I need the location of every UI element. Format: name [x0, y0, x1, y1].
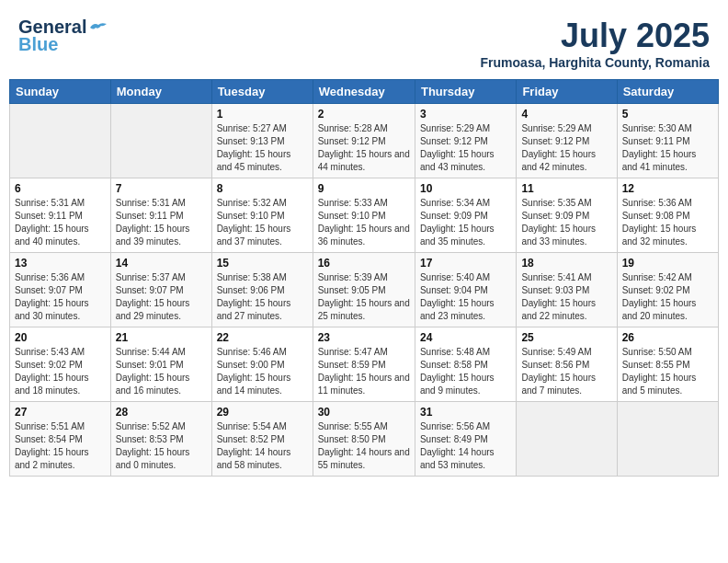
day-info: Sunrise: 5:51 AM Sunset: 8:54 PM Dayligh… — [15, 420, 106, 472]
calendar-cell: 17Sunrise: 5:40 AM Sunset: 9:04 PM Dayli… — [415, 253, 516, 327]
day-info: Sunrise: 5:39 AM Sunset: 9:05 PM Dayligh… — [318, 271, 410, 323]
day-number: 2 — [318, 108, 410, 121]
day-number: 3 — [420, 108, 511, 121]
day-info: Sunrise: 5:31 AM Sunset: 9:11 PM Dayligh… — [15, 197, 106, 248]
day-number: 11 — [521, 182, 611, 195]
day-number: 29 — [217, 406, 308, 419]
day-info: Sunrise: 5:35 AM Sunset: 9:09 PM Dayligh… — [521, 197, 611, 248]
day-number: 7 — [116, 182, 207, 195]
day-number: 22 — [217, 331, 308, 344]
day-number: 5 — [622, 108, 713, 121]
day-number: 10 — [420, 182, 511, 195]
weekday-header-sunday: Sunday — [10, 80, 111, 104]
calendar-cell: 19Sunrise: 5:42 AM Sunset: 9:02 PM Dayli… — [617, 253, 718, 327]
day-number: 20 — [15, 331, 106, 344]
calendar-cell: 28Sunrise: 5:52 AM Sunset: 8:53 PM Dayli… — [110, 402, 211, 477]
day-number: 8 — [217, 182, 308, 195]
calendar-cell — [110, 104, 211, 178]
calendar-cell: 4Sunrise: 5:29 AM Sunset: 9:12 PM Daylig… — [517, 104, 617, 178]
calendar-cell: 10Sunrise: 5:34 AM Sunset: 9:09 PM Dayli… — [415, 178, 516, 253]
day-number: 12 — [622, 182, 713, 195]
day-info: Sunrise: 5:47 AM Sunset: 8:59 PM Dayligh… — [318, 346, 410, 397]
calendar-cell: 7Sunrise: 5:31 AM Sunset: 9:11 PM Daylig… — [110, 178, 211, 253]
day-number: 14 — [116, 257, 207, 270]
calendar-cell — [517, 402, 617, 477]
day-number: 13 — [15, 257, 106, 270]
calendar-cell: 3Sunrise: 5:29 AM Sunset: 9:12 PM Daylig… — [415, 104, 516, 178]
calendar-cell: 31Sunrise: 5:56 AM Sunset: 8:49 PM Dayli… — [415, 402, 516, 477]
day-info: Sunrise: 5:32 AM Sunset: 9:10 PM Dayligh… — [217, 197, 308, 248]
weekday-header-saturday: Saturday — [617, 80, 718, 104]
day-info: Sunrise: 5:49 AM Sunset: 8:56 PM Dayligh… — [521, 346, 611, 397]
day-number: 18 — [521, 257, 611, 270]
calendar-cell: 9Sunrise: 5:33 AM Sunset: 9:10 PM Daylig… — [313, 178, 415, 253]
week-row-5: 27Sunrise: 5:51 AM Sunset: 8:54 PM Dayli… — [10, 402, 719, 477]
calendar-cell: 6Sunrise: 5:31 AM Sunset: 9:11 PM Daylig… — [10, 178, 111, 253]
weekday-header-wednesday: Wednesday — [313, 80, 415, 104]
calendar-cell: 1Sunrise: 5:27 AM Sunset: 9:13 PM Daylig… — [211, 104, 313, 178]
calendar-cell: 25Sunrise: 5:49 AM Sunset: 8:56 PM Dayli… — [517, 327, 617, 402]
calendar-table: SundayMondayTuesdayWednesdayThursdayFrid… — [9, 79, 719, 477]
day-info: Sunrise: 5:30 AM Sunset: 9:11 PM Dayligh… — [622, 122, 713, 174]
calendar-cell: 24Sunrise: 5:48 AM Sunset: 8:58 PM Dayli… — [415, 327, 516, 402]
day-info: Sunrise: 5:44 AM Sunset: 9:01 PM Dayligh… — [116, 346, 207, 397]
day-info: Sunrise: 5:40 AM Sunset: 9:04 PM Dayligh… — [420, 271, 511, 323]
day-number: 28 — [116, 406, 207, 419]
day-number: 27 — [15, 406, 106, 419]
day-info: Sunrise: 5:38 AM Sunset: 9:06 PM Dayligh… — [217, 271, 308, 323]
day-number: 24 — [420, 331, 511, 344]
subtitle: Frumoasa, Harghita County, Romania — [481, 55, 710, 70]
week-row-2: 6Sunrise: 5:31 AM Sunset: 9:11 PM Daylig… — [10, 178, 719, 253]
calendar-cell: 26Sunrise: 5:50 AM Sunset: 8:55 PM Dayli… — [617, 327, 718, 402]
weekday-header-thursday: Thursday — [415, 80, 516, 104]
day-number: 31 — [420, 406, 511, 419]
calendar-cell — [617, 402, 718, 477]
weekday-header-row: SundayMondayTuesdayWednesdayThursdayFrid… — [10, 80, 719, 104]
day-info: Sunrise: 5:46 AM Sunset: 9:00 PM Dayligh… — [217, 346, 308, 397]
calendar-cell: 8Sunrise: 5:32 AM Sunset: 9:10 PM Daylig… — [211, 178, 313, 253]
day-info: Sunrise: 5:29 AM Sunset: 9:12 PM Dayligh… — [420, 122, 511, 174]
calendar-cell: 27Sunrise: 5:51 AM Sunset: 8:54 PM Dayli… — [10, 402, 111, 477]
calendar-cell: 30Sunrise: 5:55 AM Sunset: 8:50 PM Dayli… — [313, 402, 415, 477]
day-info: Sunrise: 5:37 AM Sunset: 9:07 PM Dayligh… — [116, 271, 207, 323]
day-info: Sunrise: 5:36 AM Sunset: 9:07 PM Dayligh… — [15, 271, 106, 323]
calendar-cell: 5Sunrise: 5:30 AM Sunset: 9:11 PM Daylig… — [617, 104, 718, 178]
day-number: 23 — [318, 331, 410, 344]
day-info: Sunrise: 5:55 AM Sunset: 8:50 PM Dayligh… — [318, 420, 410, 472]
weekday-header-friday: Friday — [517, 80, 617, 104]
calendar-cell: 21Sunrise: 5:44 AM Sunset: 9:01 PM Dayli… — [110, 327, 211, 402]
calendar-cell: 20Sunrise: 5:43 AM Sunset: 9:02 PM Dayli… — [10, 327, 111, 402]
day-info: Sunrise: 5:52 AM Sunset: 8:53 PM Dayligh… — [116, 420, 207, 472]
day-number: 21 — [116, 331, 207, 344]
day-number: 15 — [217, 257, 308, 270]
day-info: Sunrise: 5:42 AM Sunset: 9:02 PM Dayligh… — [622, 271, 713, 323]
calendar-cell: 22Sunrise: 5:46 AM Sunset: 9:00 PM Dayli… — [211, 327, 313, 402]
day-info: Sunrise: 5:34 AM Sunset: 9:09 PM Dayligh… — [420, 197, 511, 248]
week-row-3: 13Sunrise: 5:36 AM Sunset: 9:07 PM Dayli… — [10, 253, 719, 327]
day-info: Sunrise: 5:29 AM Sunset: 9:12 PM Dayligh… — [521, 122, 611, 174]
calendar-cell: 2Sunrise: 5:28 AM Sunset: 9:12 PM Daylig… — [313, 104, 415, 178]
day-number: 4 — [521, 108, 611, 121]
calendar-cell: 18Sunrise: 5:41 AM Sunset: 9:03 PM Dayli… — [517, 253, 617, 327]
logo-bird-icon — [88, 20, 108, 35]
day-info: Sunrise: 5:28 AM Sunset: 9:12 PM Dayligh… — [318, 122, 410, 174]
week-row-4: 20Sunrise: 5:43 AM Sunset: 9:02 PM Dayli… — [10, 327, 719, 402]
week-row-1: 1Sunrise: 5:27 AM Sunset: 9:13 PM Daylig… — [10, 104, 719, 178]
day-number: 16 — [318, 257, 410, 270]
calendar-cell: 15Sunrise: 5:38 AM Sunset: 9:06 PM Dayli… — [211, 253, 313, 327]
calendar-cell: 29Sunrise: 5:54 AM Sunset: 8:52 PM Dayli… — [211, 402, 313, 477]
day-info: Sunrise: 5:36 AM Sunset: 9:08 PM Dayligh… — [622, 197, 713, 248]
day-info: Sunrise: 5:33 AM Sunset: 9:10 PM Dayligh… — [318, 197, 410, 248]
day-info: Sunrise: 5:27 AM Sunset: 9:13 PM Dayligh… — [217, 122, 308, 174]
day-info: Sunrise: 5:43 AM Sunset: 9:02 PM Dayligh… — [15, 346, 106, 397]
calendar-cell: 13Sunrise: 5:36 AM Sunset: 9:07 PM Dayli… — [10, 253, 111, 327]
main-title: July 2025 — [481, 17, 710, 55]
calendar-cell: 16Sunrise: 5:39 AM Sunset: 9:05 PM Dayli… — [313, 253, 415, 327]
day-info: Sunrise: 5:54 AM Sunset: 8:52 PM Dayligh… — [217, 420, 308, 472]
weekday-header-tuesday: Tuesday — [211, 80, 313, 104]
title-section: July 2025 Frumoasa, Harghita County, Rom… — [481, 17, 710, 70]
calendar-cell: 11Sunrise: 5:35 AM Sunset: 9:09 PM Dayli… — [517, 178, 617, 253]
day-number: 17 — [420, 257, 511, 270]
day-number: 26 — [622, 331, 713, 344]
day-info: Sunrise: 5:41 AM Sunset: 9:03 PM Dayligh… — [521, 271, 611, 323]
